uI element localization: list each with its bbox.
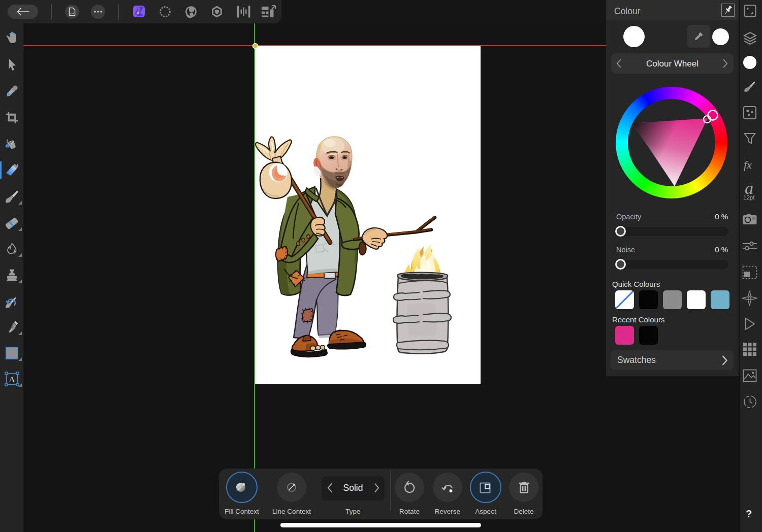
svg-text:A: A	[9, 375, 15, 384]
